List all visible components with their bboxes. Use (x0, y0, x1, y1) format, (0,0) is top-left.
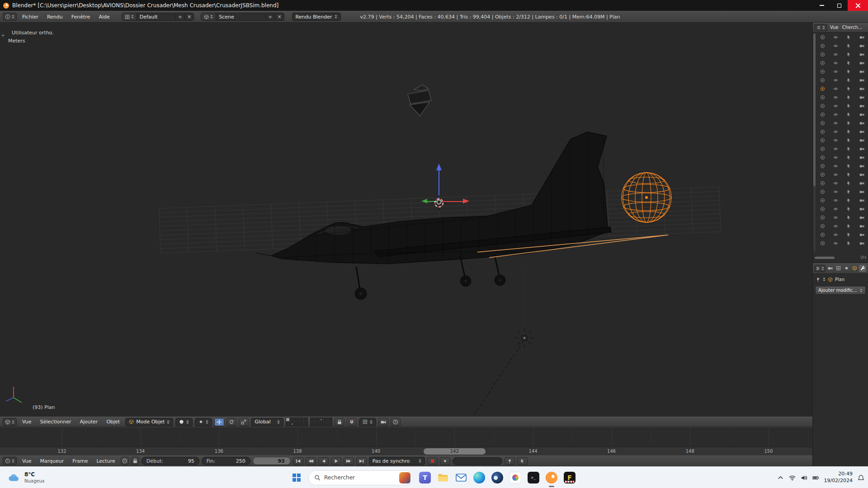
pin-icon[interactable] (816, 277, 821, 282)
app-icon-mail[interactable] (452, 468, 470, 488)
visibility-eye-icon[interactable] (833, 69, 838, 74)
object-expand-icon[interactable] (820, 172, 825, 177)
selectability-cursor-icon[interactable] (846, 198, 851, 203)
insert-keyframe-button[interactable] (505, 457, 515, 465)
tab-modifiers[interactable] (859, 265, 866, 272)
app-icon-flightgear[interactable]: F (561, 468, 579, 488)
layer-toggle[interactable] (304, 418, 308, 422)
menu-ajouter[interactable]: Ajouter (77, 419, 101, 425)
menu-rendu[interactable]: Rendu (44, 14, 66, 20)
play-button[interactable] (331, 457, 341, 465)
layer-toggle[interactable] (290, 418, 294, 422)
outliner-row[interactable] (817, 33, 867, 42)
outliner-row[interactable] (817, 119, 867, 127)
next-keyframe-button[interactable] (344, 457, 354, 465)
selectability-cursor-icon[interactable] (846, 232, 851, 237)
layer-toggle[interactable] (310, 418, 314, 422)
object-expand-icon[interactable] (820, 155, 825, 160)
renderability-camera-icon[interactable] (859, 189, 864, 194)
selectability-cursor-icon[interactable] (846, 224, 851, 229)
renderability-camera-icon[interactable] (859, 232, 864, 237)
scene-browse-button[interactable] (201, 13, 216, 20)
selectability-cursor-icon[interactable] (846, 215, 851, 220)
app-icon-edge[interactable] (470, 468, 488, 488)
keying-set-selector[interactable] (453, 457, 502, 465)
outliner-row[interactable] (817, 136, 867, 145)
manipulator-translate-toggle[interactable] (214, 418, 224, 426)
renderability-camera-icon[interactable] (859, 138, 864, 143)
visibility-eye-icon[interactable] (833, 146, 838, 151)
jump-to-end-button[interactable] (356, 457, 367, 465)
camera-object[interactable] (408, 85, 431, 116)
renderability-camera-icon[interactable] (859, 69, 864, 74)
selectability-cursor-icon[interactable] (846, 69, 851, 74)
outliner-row[interactable] (817, 239, 867, 248)
selectability-cursor-icon[interactable] (846, 61, 851, 66)
lock-to-scene-toggle[interactable] (335, 418, 344, 426)
selectability-cursor-icon[interactable] (846, 86, 851, 91)
object-expand-icon[interactable] (820, 232, 825, 237)
renderability-camera-icon[interactable] (859, 95, 864, 100)
outliner-row[interactable] (817, 110, 867, 119)
layer-toggle[interactable] (324, 418, 328, 422)
transform-orientation-dropdown[interactable]: Global (251, 418, 283, 426)
app-icon-teams[interactable]: T (416, 468, 434, 488)
frame-start-field[interactable]: Début: 95 (142, 457, 199, 465)
volume-icon[interactable] (801, 474, 807, 481)
outliner-row[interactable] (817, 102, 867, 110)
outliner-row[interactable] (817, 76, 867, 84)
object-expand-icon[interactable] (820, 206, 825, 211)
outliner-row[interactable] (817, 50, 867, 59)
outliner-row[interactable] (817, 222, 867, 230)
outliner-row[interactable] (817, 153, 867, 162)
object-expand-icon[interactable] (820, 138, 825, 143)
outliner-row[interactable] (817, 145, 867, 153)
renderability-camera-icon[interactable] (859, 146, 864, 151)
layer-toggle[interactable] (295, 418, 299, 422)
selectability-cursor-icon[interactable] (846, 35, 851, 40)
timeline-frame-ruler[interactable]: 132134136138140142144146148150 (0, 447, 812, 455)
weather-widget[interactable]: 8°C Nuageux (4, 469, 48, 487)
renderability-camera-icon[interactable] (859, 164, 864, 169)
pivot-point-dropdown[interactable] (195, 418, 212, 426)
object-expand-icon[interactable] (820, 129, 825, 134)
selectability-cursor-icon[interactable] (846, 146, 851, 151)
jump-to-start-button[interactable] (293, 457, 303, 465)
search-highlight-thumbnail[interactable] (399, 472, 410, 483)
object-expand-icon[interactable] (820, 61, 825, 66)
renderability-camera-icon[interactable] (859, 35, 864, 40)
visibility-eye-icon[interactable] (833, 206, 838, 211)
tab-scene[interactable] (835, 265, 842, 272)
object-expand-icon[interactable] (820, 146, 825, 151)
renderability-camera-icon[interactable] (859, 172, 864, 177)
outliner-menu-search[interactable]: Cherch... (841, 25, 863, 30)
visibility-eye-icon[interactable] (833, 112, 838, 117)
scene-name[interactable]: Scene (216, 13, 266, 20)
manipulator-rotate-toggle[interactable] (226, 418, 236, 426)
outliner-row[interactable] (817, 179, 867, 188)
notification-bell-icon[interactable] (858, 474, 864, 481)
renderability-camera-icon[interactable] (859, 206, 864, 211)
visibility-eye-icon[interactable] (833, 43, 838, 48)
close-button[interactable] (848, 0, 868, 11)
visibility-eye-icon[interactable] (833, 164, 838, 169)
visibility-eye-icon[interactable] (833, 198, 838, 203)
render-engine-dropdown[interactable]: Rendu Blender (292, 13, 341, 21)
outliner-row[interactable] (817, 196, 867, 205)
object-expand-icon[interactable] (820, 69, 825, 74)
app-icon-explorer[interactable] (434, 468, 452, 488)
add-scene-button[interactable]: + (266, 13, 275, 20)
layer-toggle[interactable] (299, 422, 303, 426)
menu-aide[interactable]: Aide (95, 14, 113, 20)
delete-layout-button[interactable]: ✕ (185, 13, 193, 20)
menu-fichier[interactable]: Fichier (19, 14, 42, 20)
layer-toggle[interactable] (315, 422, 319, 426)
object-expand-icon[interactable] (820, 86, 825, 91)
visibility-eye-icon[interactable] (833, 121, 838, 126)
editor-type-button-outliner[interactable] (814, 24, 827, 31)
scene-canvas[interactable] (0, 23, 812, 417)
selectability-cursor-icon[interactable] (846, 95, 851, 100)
menu-vue[interactable]: Vue (19, 419, 35, 425)
visibility-eye-icon[interactable] (833, 129, 838, 134)
visibility-eye-icon[interactable] (833, 155, 838, 160)
